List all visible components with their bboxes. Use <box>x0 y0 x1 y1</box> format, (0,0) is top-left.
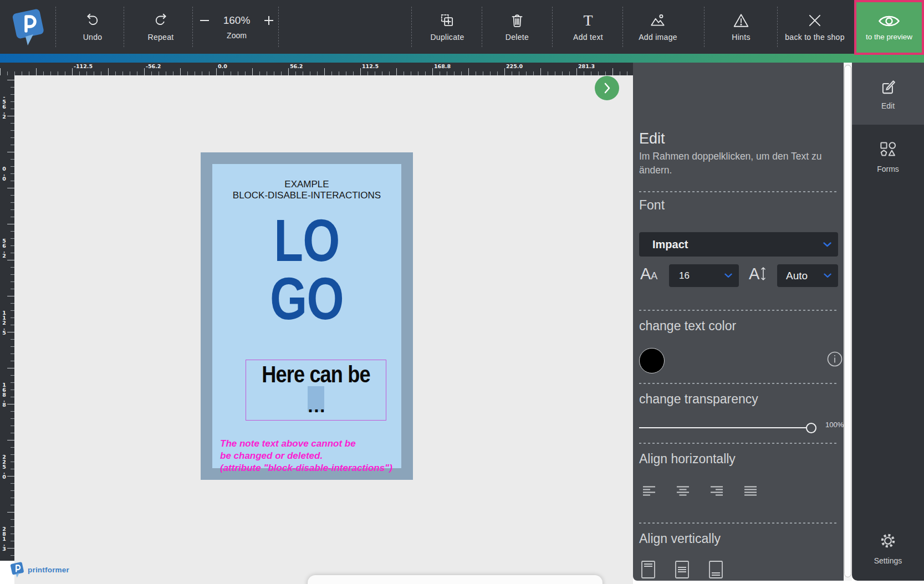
horizontal-ruler: -112.5-56.20.056.2112.5168.8225.0281.3 <box>0 63 633 75</box>
printformer-logo <box>9 7 48 47</box>
undo-button[interactable]: Undo <box>57 0 129 54</box>
back-to-shop-button[interactable]: back to the shop <box>779 0 851 54</box>
panel-scrollbar-thumb[interactable] <box>844 65 851 577</box>
editable-text-frame[interactable]: Here can be ... <box>246 360 386 421</box>
ruler-label: 112.5 <box>362 63 379 69</box>
tab-edit-label: Edit <box>881 101 895 110</box>
dashed-divider <box>639 383 838 384</box>
duplicate-label: Duplicate <box>430 33 464 42</box>
poster-logo-text: LO GO <box>231 212 382 328</box>
note-line2: be changed or deleted. <box>220 450 397 462</box>
vertical-ruler: -56.20.056.2112.5168.8225.0281.3 <box>0 75 14 561</box>
eye-icon <box>878 14 900 28</box>
ruler-label: 112.5 <box>1 310 7 335</box>
duplicate-button[interactable]: Duplicate <box>411 0 483 54</box>
printformer-logo-icon <box>9 7 48 47</box>
dashed-divider <box>639 522 838 524</box>
add-text-button[interactable]: T Add text <box>552 0 624 54</box>
transparency-slider-handle[interactable] <box>806 423 816 433</box>
align-left-button[interactable] <box>641 483 657 499</box>
zoom-control: 160% Zoom <box>195 0 278 54</box>
top-toolbar: Undo Repeat 160% Zoom <box>0 0 924 54</box>
right-icon-sidebar: Edit Forms Settings <box>852 63 924 581</box>
text-color-heading: change text color <box>639 319 736 334</box>
font-family-select[interactable]: Impact <box>639 232 838 257</box>
toolbar-separator <box>777 7 778 47</box>
toolbar-separator <box>124 7 124 47</box>
font-size-select[interactable]: 16 <box>669 264 739 287</box>
font-family-value: Impact <box>652 238 688 251</box>
toolbar-separator <box>192 7 193 47</box>
dashed-divider <box>639 310 838 311</box>
hints-button[interactable]: Hints <box>705 0 777 54</box>
tab-edit[interactable]: Edit <box>852 63 924 125</box>
ruler-label: 168.8 <box>434 63 451 69</box>
text-color-swatch[interactable] <box>639 348 665 373</box>
hints-label: Hints <box>732 33 750 42</box>
ruler-label: 225.0 <box>506 63 523 69</box>
zoom-label: Zoom <box>227 31 247 40</box>
tab-forms[interactable]: Forms <box>852 125 924 188</box>
repeat-button[interactable]: Repeat <box>125 0 197 54</box>
note-line1: The note text above cannot be <box>220 438 397 450</box>
chevron-down-icon <box>823 242 831 247</box>
align-top-button[interactable] <box>641 560 656 579</box>
zoom-out-button[interactable] <box>198 14 211 27</box>
line-height-select[interactable]: Auto <box>777 264 838 287</box>
add-image-button[interactable]: Add image <box>622 0 694 54</box>
edit-pencil-icon <box>879 78 897 96</box>
zoom-value: 160% <box>223 14 251 27</box>
align-center-button[interactable] <box>675 483 691 499</box>
panel-scrollbar-track[interactable] <box>844 63 852 581</box>
ruler-label: 168.8 <box>1 382 7 407</box>
warning-icon <box>732 12 751 29</box>
ellipsis-placeholder: ... <box>308 402 324 413</box>
repeat-label: Repeat <box>148 33 174 42</box>
line-height-value: Auto <box>786 270 808 282</box>
delete-button[interactable]: Delete <box>481 0 553 54</box>
svg-text:T: T <box>583 12 593 29</box>
dashed-divider <box>639 191 838 192</box>
align-right-button[interactable] <box>708 483 725 499</box>
poster-logo-line2: GO <box>231 270 382 328</box>
zoom-in-button[interactable] <box>262 14 275 27</box>
transparency-value: 100% <box>825 421 844 429</box>
edit-panel: Edit Im Rahmen doppelklicken, um den Tex… <box>633 63 844 581</box>
undo-icon <box>84 12 101 29</box>
to-preview-button[interactable]: to the preview <box>854 0 924 55</box>
panel-description: Im Rahmen doppelklicken, um den Text zu … <box>639 150 825 177</box>
trash-icon <box>508 12 526 29</box>
close-icon <box>806 12 823 29</box>
poster-heading-line2: BLOCK-DISABLE-INTERACTIONS <box>212 190 401 201</box>
ruler-label: 56.2 <box>1 238 7 258</box>
line-height-icon: A <box>749 265 766 282</box>
to-preview-label: to the preview <box>866 33 912 41</box>
font-size-icon: AA <box>640 265 657 282</box>
align-vertical-heading: Align vertically <box>639 531 721 546</box>
ruler-label: -56.2 <box>1 94 7 119</box>
text-cursor-block[interactable]: ... <box>308 386 324 412</box>
toolbar-separator <box>704 7 705 47</box>
toolbar-separator <box>55 7 56 47</box>
horizontal-scrollbar[interactable] <box>308 575 603 584</box>
transparency-slider-track[interactable] <box>639 427 811 428</box>
editable-text[interactable]: Here can be <box>256 361 376 388</box>
collapse-panel-button[interactable] <box>595 76 619 100</box>
duplicate-icon <box>438 12 456 29</box>
tab-settings[interactable]: Settings <box>852 517 924 578</box>
ruler-label: -112.5 <box>74 63 93 69</box>
align-middle-button[interactable] <box>675 560 690 579</box>
ruler-label: 281.3 <box>1 526 7 551</box>
ruler-label: 56.2 <box>290 63 303 69</box>
align-horizontal-heading: Align horizontally <box>639 452 736 467</box>
chevron-down-icon <box>724 273 732 278</box>
info-icon[interactable] <box>827 351 843 367</box>
chevron-down-icon <box>824 273 831 278</box>
poster-artboard: EXAMPLE BLOCK-DISABLE-INTERACTIONS LO GO… <box>201 152 413 480</box>
ruler-label: 0.0 <box>218 63 227 69</box>
align-justify-button[interactable] <box>742 483 759 499</box>
editor-window: Undo Repeat 160% Zoom <box>0 0 924 584</box>
tab-settings-label: Settings <box>874 556 902 565</box>
printformer-footer-logo: printformer <box>9 561 69 578</box>
align-bottom-button[interactable] <box>708 560 723 579</box>
